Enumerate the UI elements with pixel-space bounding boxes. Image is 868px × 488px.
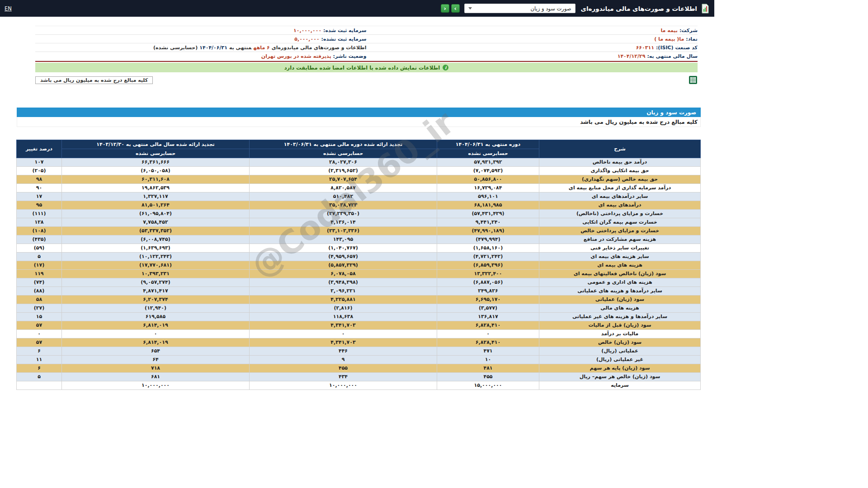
income-table-header: شرح دوره منتهی به ۱۴۰۴/۰۶/۳۱ تجدید ارائه… xyxy=(17,140,701,158)
value-year-cell: (۱۰,۱۲۲,۲۴۳) xyxy=(62,253,250,261)
value-prior-cell: ۱۰,۰۰۰,۰۰۰ xyxy=(250,381,437,390)
value-prior-cell: ۲۸,۰۲۷,۳۰۶ xyxy=(250,158,437,167)
table-row: تغییرات سایر ذخایر فنی(۱,۶۵۸,۱۶۰)(۱,۰۴۰,… xyxy=(17,244,701,253)
company-info-panel: شرکت:بیمه ماسرمایه ثبت شده:۱۰,۰۰۰,۰۰۰نما… xyxy=(35,26,698,84)
value-year-cell: ۱,۳۲۷,۱۱۷ xyxy=(62,192,250,201)
header-percent-change: درصد تغییر xyxy=(17,140,62,158)
chevron-down-icon xyxy=(468,7,472,9)
value-year-cell: (۶۱,۰۹۵,۸۰۴) xyxy=(62,210,250,218)
header-period-current: دوره منتهی به ۱۴۰۴/۰۶/۳۱ xyxy=(437,140,539,149)
value-current-cell: ۴۸۱ xyxy=(437,364,539,373)
value-current-cell: ۰ xyxy=(437,330,539,338)
percent-change-cell: (۲۷) xyxy=(17,304,62,313)
row-label-cell: عملیاتی (ریال) xyxy=(539,347,701,356)
row-label-cell: سود (زیان) عملیاتی xyxy=(539,296,701,304)
value-prior-cell: (۲۳,۱۰۳,۳۳۶) xyxy=(250,227,437,235)
prev-report-button[interactable]: ‹ xyxy=(441,4,449,13)
page-title: اطلاعات و صورت‌های مالی میاندوره‌ای xyxy=(581,5,697,12)
info-cell-right: کد صنعت (ISIC):۶۶۰۳۱۱ xyxy=(367,45,698,51)
report-document-icon xyxy=(701,4,710,14)
value-prior-cell: ۴,۲۲۵,۸۸۱ xyxy=(250,296,437,304)
value-prior-cell: (۲۷,۲۳۹,۳۵۰) xyxy=(250,210,437,218)
value-current-cell: (۶,۸۵۹,۳۹۶) xyxy=(437,261,539,270)
value-current-cell: ۱۵,۰۰۰,۰۰۰ xyxy=(437,381,539,390)
row-label-cell: خسارت سهم بیمه گران اتکایی xyxy=(539,218,701,227)
row-label-cell: هزینه سهم مشارکت در منافع xyxy=(539,235,701,244)
percent-change-cell: ۱۷ xyxy=(17,192,62,201)
table-row: هزینه های اداری و عمومی(۶,۸۸۷,۰۵۶)(۳,۹۴۸… xyxy=(17,278,701,287)
info-cell-right: سال مالی منتهی به:۱۴۰۴/۱۲/۲۹ xyxy=(367,53,698,59)
info-cell-left: اطلاعات و صورت‌های مالی میاندوره‌ای۶ ماه… xyxy=(35,45,367,51)
percent-change-cell: ۵ xyxy=(17,373,62,381)
report-type-select[interactable]: صورت سود و زیان xyxy=(464,4,576,13)
row-label-cell: هزینه های اداری و عمومی xyxy=(539,278,701,287)
header-period-prior: تجدید ارائه شده دوره مالی منتهی به ۱۴۰۳/… xyxy=(250,140,437,149)
table-row: سود (زیان) خالص هر سهم– ریال۴۵۵۴۳۴۶۸۱۵ xyxy=(17,373,701,381)
table-row: هزینه های بیمه ای(۶,۸۵۹,۳۹۶)(۵,۸۵۷,۳۲۹)(… xyxy=(17,261,701,270)
row-label-cell: سود (زیان) خالص هر سهم– ریال xyxy=(539,373,701,381)
value-prior-cell: ۲,۰۹۶,۲۲۱ xyxy=(250,287,437,296)
value-prior-cell: (۲,۸۱۶) xyxy=(250,304,437,313)
percent-change-cell: ۵۷ xyxy=(17,338,62,347)
income-statement-section: @Codal360_ir صورت سود و زیان کلیه مبالغ … xyxy=(17,108,701,390)
percent-change-cell: (۷۴) xyxy=(17,278,62,287)
signed-info-banner: i اطلاعات نمایش داده شده با اطلاعات امضا… xyxy=(35,63,698,72)
info-row: سال مالی منتهی به:۱۴۰۴/۱۲/۲۹وضعیت ناشر:پ… xyxy=(35,52,698,61)
table-row: هزینه های مالی(۳,۵۷۷)(۲,۸۱۶)(۱۲,۹۴۰)(۲۷) xyxy=(17,304,701,313)
value-current-cell: ۴۷۱ xyxy=(437,347,539,356)
row-label-cell: هزینه های بیمه ای xyxy=(539,261,701,270)
value-year-cell: ۱۰,۰۰۰,۰۰۰ xyxy=(62,381,250,390)
row-label-cell: هزینه های مالی xyxy=(539,304,701,313)
row-label-cell: درآمدهای بیمه ای xyxy=(539,201,701,210)
info-row: نماد:ما( بیمه ما )سرمایه ثبت نشده:۵,۰۰۰,… xyxy=(35,35,698,43)
income-table-body: درآمد حق بیمه ناخالص۵۷,۹۳۱,۳۹۲۲۸,۰۲۷,۳۰۶… xyxy=(17,158,701,390)
info-icon: i xyxy=(443,65,448,70)
value-current-cell: (۳,۵۷۷) xyxy=(437,304,539,313)
value-year-cell: ۶۱۹,۵۸۵ xyxy=(62,313,250,321)
percent-change-cell: (۴۳۵) xyxy=(17,235,62,244)
language-link[interactable]: EN xyxy=(5,5,12,12)
value-year-cell: ۶۸۱ xyxy=(62,373,250,381)
row-label-cell: تغییرات سایر ذخایر فنی xyxy=(539,244,701,253)
row-label-cell: سایر درآمدها و هزینه های غیر عملیاتی xyxy=(539,313,701,321)
report-select-value: صورت سود و زیان xyxy=(531,5,571,12)
table-row: سود (زیان) عملیاتی۶,۶۹۵,۱۷۰۴,۲۲۵,۸۸۱۶,۲۰… xyxy=(17,296,701,304)
value-prior-cell: ۱۱۸,۶۳۸ xyxy=(250,313,437,321)
row-label-cell: حق بیمه اتکایی واگذاری xyxy=(539,167,701,175)
signed-info-text: اطلاعات نمایش داده شده با اطلاعات امضا ش… xyxy=(284,65,440,71)
value-current-cell: (۴۷۹,۹۹۴) xyxy=(437,235,539,244)
value-prior-cell: (۴,۹۵۹,۶۵۷) xyxy=(250,253,437,261)
percent-change-cell: (۱۷) xyxy=(17,261,62,270)
value-year-cell: (۹,۰۵۷,۲۷۴) xyxy=(62,278,250,287)
section-title-bar: صورت سود و زیان xyxy=(17,108,701,117)
percent-change-cell: ۹۵ xyxy=(17,201,62,210)
header-audit-note-prior: حسابرسی نشده xyxy=(250,149,437,158)
value-prior-cell: (۵,۸۵۷,۳۲۹) xyxy=(250,261,437,270)
header-period-year: تجدید ارائه شده سال مالی منتهی به ۱۴۰۳/۱… xyxy=(62,140,250,149)
value-year-cell: (۶,۰۵۰,۰۵۸) xyxy=(62,167,250,175)
percent-change-cell: ۱۵ xyxy=(17,313,62,321)
percent-change-cell: ۶ xyxy=(17,347,62,356)
value-prior-cell: ۱۴۳,۰۹۵ xyxy=(250,235,437,244)
value-current-cell: ۵۹۶,۱۰۱ xyxy=(437,192,539,201)
value-prior-cell: (۱,۰۴۰,۷۶۷) xyxy=(250,244,437,253)
value-year-cell: ۸۱,۵۰۱,۲۶۴ xyxy=(62,201,250,210)
row-label-cell: سود (زیان) ناخالص فعالیتهای بیمه ای xyxy=(539,270,701,278)
value-prior-cell: ۴,۳۴۱,۷۰۳ xyxy=(250,321,437,330)
table-row: درآمد سرمایه گذاری از محل منابع بیمه ای۱… xyxy=(17,184,701,192)
header-audit-note-year: حسابرسی نشده xyxy=(62,149,250,158)
value-current-cell: ۵۷,۹۳۱,۳۹۲ xyxy=(437,158,539,167)
info-cell-right: نماد:ما( بیمه ما ) xyxy=(367,36,698,42)
next-report-button[interactable]: › xyxy=(451,4,460,13)
header-description: شرح xyxy=(539,140,701,158)
excel-export-icon[interactable] xyxy=(689,75,698,84)
percent-change-cell: ۹۸ xyxy=(17,175,62,184)
value-current-cell: ۶,۶۹۵,۱۷۰ xyxy=(437,296,539,304)
units-note-box: کلیه مبالغ درج شده به میلیون ریال می باش… xyxy=(35,76,153,84)
row-label-cell: خسارت و مزایای پرداختی (ناخالص) xyxy=(539,210,701,218)
value-year-cell: ۷,۷۵۸,۴۵۲ xyxy=(62,218,250,227)
row-label-cell: مالیات بر درآمد xyxy=(539,330,701,338)
value-current-cell: (۷,۰۷۴,۵۹۲) xyxy=(437,167,539,175)
value-prior-cell: ۰ xyxy=(250,330,437,338)
table-row: خسارت سهم بیمه گران اتکایی۹,۴۴۱,۲۴۰۴,۱۳۶… xyxy=(17,218,701,227)
